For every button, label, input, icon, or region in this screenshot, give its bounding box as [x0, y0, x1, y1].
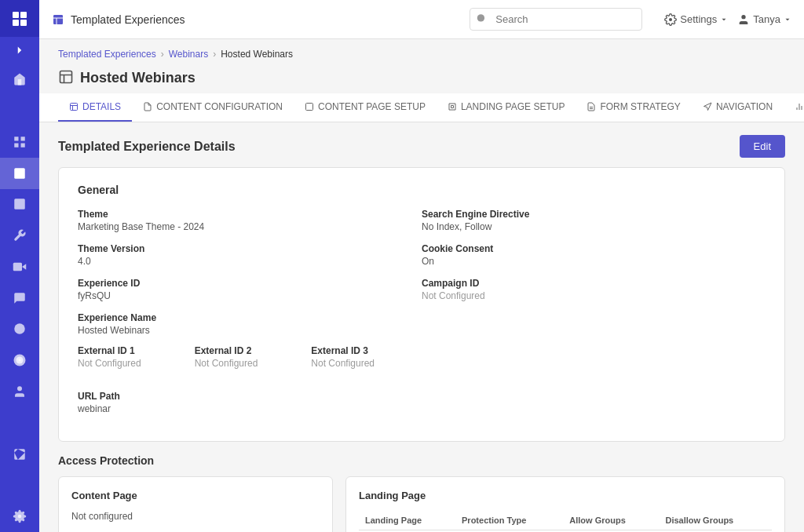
- tab-navigation-icon: [703, 102, 712, 111]
- search-input[interactable]: [470, 8, 642, 31]
- sidebar-item-person[interactable]: [0, 376, 39, 407]
- col-protection-type: Protection Type: [455, 511, 563, 530]
- user-name: Tanya: [753, 13, 780, 25]
- svg-rect-15: [14, 199, 25, 210]
- chevron-down-icon: [720, 16, 728, 24]
- sidebar-item-tools[interactable]: [0, 220, 39, 251]
- field-ext-id-3-value: Not Configured: [311, 358, 422, 369]
- tab-content-page-label: CONTENT PAGE SETUP: [318, 101, 426, 112]
- general-left-col: Theme Marketing Base Theme - 2024 Theme …: [78, 209, 422, 425]
- tab-details-label: DETAILS: [82, 101, 121, 112]
- svg-rect-44: [306, 104, 313, 111]
- tab-form-strategy-icon: [587, 102, 596, 111]
- field-cookie-consent: Cookie Consent On: [422, 243, 766, 267]
- access-protection-section: Access Protection Content Page Not confi…: [58, 454, 785, 532]
- sidebar-item-circle[interactable]: [0, 314, 39, 345]
- landing-table-header: Landing Page Protection Type Allow Group…: [359, 511, 772, 530]
- field-search-engine: Search Engine Directive No Index, Follow: [422, 209, 766, 232]
- sidebar-item-settings[interactable]: [0, 501, 39, 532]
- sidebar-item-chat[interactable]: [0, 282, 39, 314]
- svg-rect-35: [53, 15, 63, 24]
- field-ext-id-3-label: External ID 3: [311, 345, 422, 356]
- field-theme-value: Marketing Base Theme - 2024: [78, 221, 422, 232]
- app-title: Templated Experiences: [71, 13, 185, 26]
- svg-rect-17: [13, 263, 22, 271]
- svg-rect-2: [13, 20, 19, 26]
- main-area: Templated Experiences Settings Tanya Te: [39, 0, 804, 532]
- content-area: Templated Experiences › Webinars › Hoste…: [39, 39, 804, 532]
- page-header: Hosted Webinars: [39, 66, 804, 87]
- svg-point-38: [669, 18, 672, 21]
- tab-content-config-icon: [143, 102, 152, 111]
- external-ids-row: External ID 1 Not Configured External ID…: [78, 345, 422, 380]
- content-page-title: Content Page: [71, 490, 320, 501]
- field-experience-id: Experience ID fyRsQU: [78, 278, 422, 301]
- sidebar-item-stats[interactable]: [0, 407, 39, 439]
- field-exp-name-value: Hosted Webinars: [78, 325, 422, 336]
- landing-page-table: Landing Page Protection Type Allow Group…: [359, 511, 772, 532]
- field-theme-label: Theme: [78, 209, 422, 220]
- field-ext-id-2: External ID 2 Not Configured: [195, 345, 305, 369]
- field-ext-id-1: External ID 1 Not Configured: [78, 345, 188, 369]
- sidebar-expand-button[interactable]: [0, 37, 39, 64]
- tab-analytics-icon: [795, 102, 804, 111]
- svg-rect-41: [71, 104, 78, 111]
- col-disallow-groups: Disallow Groups: [659, 511, 772, 530]
- field-theme: Theme Marketing Base Theme - 2024: [78, 209, 422, 232]
- field-url-path-value: webinar: [78, 403, 422, 414]
- sidebar-item-experiences[interactable]: [0, 158, 39, 189]
- col-landing-page: Landing Page: [359, 511, 455, 530]
- access-title: Access Protection: [58, 454, 785, 467]
- sidebar-item-analytics[interactable]: [0, 95, 39, 126]
- experiences-icon: [58, 69, 74, 85]
- field-exp-name-label: Experience Name: [78, 312, 422, 323]
- settings-label: Settings: [680, 13, 717, 25]
- sidebar-item-video[interactable]: [0, 251, 39, 282]
- tab-details[interactable]: DETAILS: [58, 93, 132, 122]
- svg-rect-3: [20, 20, 27, 26]
- user-menu-button[interactable]: Tanya: [737, 13, 791, 26]
- svg-rect-11: [14, 168, 25, 179]
- svg-rect-7: [14, 137, 18, 140]
- field-ext-id-2-value: Not Configured: [195, 358, 305, 369]
- tab-content-page-setup[interactable]: CONTENT PAGE SETUP: [294, 93, 437, 122]
- settings-button[interactable]: Settings: [664, 13, 728, 26]
- svg-rect-8: [21, 137, 25, 140]
- svg-rect-1: [20, 12, 27, 18]
- svg-marker-47: [704, 103, 711, 111]
- edit-button[interactable]: Edit: [740, 135, 785, 158]
- field-theme-version-label: Theme Version: [78, 243, 422, 254]
- tab-landing-page-icon: [448, 102, 457, 111]
- general-right-col: Search Engine Directive No Index, Follow…: [422, 209, 766, 425]
- tabs-container: DETAILS CONTENT CONFIGURATION CONTENT PA…: [39, 93, 804, 122]
- user-chevron-icon: [784, 16, 791, 24]
- field-theme-version-value: 4.0: [78, 256, 422, 267]
- search-wrapper: [470, 8, 642, 31]
- sidebar-item-table[interactable]: [0, 439, 39, 470]
- breadcrumb-item-0[interactable]: Templated Experiences: [58, 49, 156, 60]
- sidebar-item-list[interactable]: [0, 469, 39, 501]
- breadcrumb-current: Hosted Webinars: [221, 49, 293, 60]
- field-theme-version: Theme Version 4.0: [78, 243, 422, 267]
- tab-form-strategy-label: FORM STRATEGY: [600, 101, 680, 112]
- page-header-icon: [58, 69, 74, 87]
- sidebar-item-target[interactable]: [0, 344, 39, 376]
- breadcrumb-sep-0: ›: [161, 49, 164, 60]
- field-campaign-value: Not Configured: [422, 290, 766, 301]
- sidebar-item-grid[interactable]: [0, 126, 39, 158]
- breadcrumb-item-1[interactable]: Webinars: [169, 49, 208, 60]
- tab-landing-page-setup[interactable]: LANDING PAGE SETUP: [437, 93, 576, 122]
- field-campaign-id: Campaign ID Not Configured: [422, 278, 766, 301]
- tab-landing-page-label: LANDING PAGE SETUP: [461, 101, 565, 112]
- sidebar-item-layout[interactable]: [0, 189, 39, 220]
- section-title: Templated Experience Details: [58, 140, 236, 154]
- breadcrumb-sep-1: ›: [213, 49, 216, 60]
- field-ext-id-2-label: External ID 2: [195, 345, 305, 356]
- tab-form-strategy[interactable]: FORM STRATEGY: [576, 93, 691, 122]
- tab-analytics[interactable]: ANALYTICS: [784, 93, 804, 122]
- svg-point-36: [477, 14, 484, 21]
- tab-navigation[interactable]: NAVIGATION: [692, 93, 784, 122]
- sidebar-item-home[interactable]: [0, 64, 39, 95]
- field-experience-name: Experience Name Hosted Webinars External…: [78, 312, 422, 380]
- tab-content-configuration[interactable]: CONTENT CONFIGURATION: [132, 93, 294, 122]
